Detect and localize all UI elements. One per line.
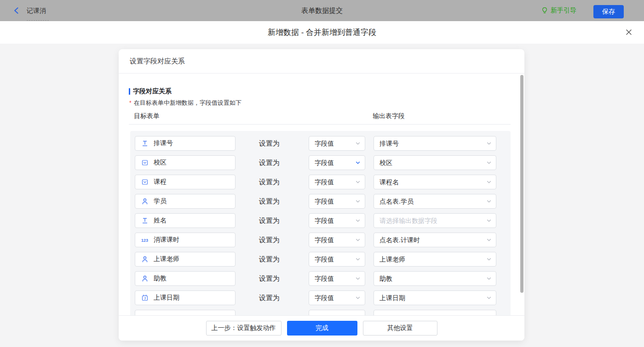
- set-as-label: 设置为: [259, 175, 281, 189]
- output-field-select[interactable]: 助教: [374, 271, 496, 286]
- target-field-box[interactable]: 123消课课时: [135, 233, 236, 247]
- field-mapping-modal: 设置字段对应关系 字段对应关系 *在目标表单中新增数据，字段值设置如下 目标表单…: [119, 49, 524, 341]
- chevron-down-icon: [355, 141, 361, 146]
- target-field-label: 姓名: [154, 216, 167, 225]
- target-field-label: 课程: [154, 178, 167, 186]
- modal-header: 设置字段对应关系: [119, 49, 524, 74]
- chevron-down-icon: [355, 256, 361, 262]
- value-mode-select[interactable]: 字段值: [309, 271, 365, 286]
- target-field-label: 上课老师: [154, 255, 179, 263]
- lightbulb-icon: [541, 7, 548, 14]
- section-marker: [129, 88, 130, 95]
- field-mapping-row: 助教 设置为 字段值 助教: [135, 271, 511, 286]
- output-field-select[interactable]: 上课老师: [374, 252, 496, 267]
- output-field-select[interactable]: 课程名: [374, 175, 496, 189]
- value-mode-select[interactable]: 字段值: [309, 136, 365, 151]
- chevron-down-icon: [355, 218, 361, 223]
- top-bar: 记课消 表单数据提交 新手引导 保存: [0, 0, 644, 21]
- field-mapping-row: 学员 设置为 字段值 点名表.学员: [135, 194, 511, 209]
- select-field-icon: [141, 159, 150, 166]
- target-field-box[interactable]: 姓名: [135, 213, 236, 228]
- close-button[interactable]: [625, 28, 634, 37]
- column-header-output-field: 输出表字段: [373, 112, 405, 120]
- chevron-down-icon: [486, 256, 492, 262]
- value-mode-select[interactable]: 字段值: [309, 213, 365, 228]
- chevron-down-icon: [355, 237, 361, 243]
- value-mode-select[interactable]: [309, 310, 365, 315]
- sub-header: 新增数据 - 合并新增到普通字段: [0, 21, 644, 44]
- output-field-select[interactable]: 点名表.学员: [374, 194, 496, 209]
- field-mapping-list: 排课号 设置为 字段值 排课号 校区 设置为 字段值 校区 课程 设置为 字段值…: [130, 131, 511, 315]
- chevron-down-icon: [486, 237, 492, 243]
- target-field-box[interactable]: 课程: [135, 175, 236, 189]
- field-mapping-row: 7上课日期 设置为 字段值 上课日期: [135, 290, 511, 305]
- svg-text:7: 7: [144, 296, 146, 301]
- field-mapping-row: 排课号 设置为 字段值 排课号: [135, 136, 511, 151]
- set-as-label: 设置为: [259, 252, 281, 267]
- set-as-label: 设置为: [259, 155, 281, 170]
- chevron-down-icon: [486, 276, 492, 281]
- previous-step-button[interactable]: 上一步：设置触发动作: [206, 321, 282, 336]
- target-field-box[interactable]: 排课号: [135, 136, 236, 151]
- chevron-down-icon: [355, 276, 361, 281]
- scrollbar-thumb[interactable]: [520, 75, 523, 293]
- chevron-down-icon: [355, 160, 361, 165]
- guide-label: 新手引导: [551, 6, 576, 15]
- target-field-box[interactable]: 学员: [135, 194, 236, 209]
- target-field-box[interactable]: 助教: [135, 271, 236, 286]
- save-button[interactable]: 保存: [593, 5, 624, 18]
- set-as-label: 设置为: [259, 271, 281, 286]
- field-mapping-row: 123消课课时 设置为 字段值 点名表.计课时: [135, 233, 511, 247]
- output-field-select[interactable]: 校区: [374, 155, 496, 170]
- close-icon: [625, 28, 633, 36]
- field-mapping-row: [135, 310, 511, 315]
- done-button[interactable]: 完成: [287, 321, 357, 336]
- target-field-label: 排课号: [154, 139, 173, 148]
- chevron-down-icon: [355, 295, 361, 301]
- set-as-label: 设置为: [259, 233, 281, 247]
- target-field-label: 上课日期: [154, 294, 179, 302]
- output-field-select[interactable]: [374, 310, 496, 315]
- field-mapping-row: 校区 设置为 字段值 校区: [135, 155, 511, 170]
- output-field-select[interactable]: 请选择输出数据字段: [374, 213, 496, 228]
- user-field-icon: [141, 198, 150, 205]
- note-text: 在目标表单中新增数据，字段值设置如下: [134, 99, 242, 106]
- chevron-down-icon: [486, 218, 492, 223]
- value-mode-select[interactable]: 字段值: [309, 233, 365, 247]
- column-header-target-form: 目标表单: [134, 112, 160, 120]
- set-as-label: 设置为: [259, 194, 281, 209]
- output-field-select[interactable]: 上课日期: [374, 290, 496, 305]
- value-mode-select[interactable]: 字段值: [309, 290, 365, 305]
- set-as-label: 设置为: [259, 136, 281, 151]
- value-mode-select[interactable]: 字段值: [309, 155, 365, 170]
- field-mapping-row: 课程 设置为 字段值 课程名: [135, 175, 511, 189]
- chevron-down-icon: [486, 295, 492, 301]
- user-field-icon: [141, 256, 150, 263]
- number-field-icon: 123: [141, 236, 150, 244]
- chevron-down-icon: [486, 141, 492, 146]
- target-field-box[interactable]: 上课老师: [135, 252, 236, 267]
- chevron-down-icon: [355, 199, 361, 204]
- beginner-guide-link[interactable]: 新手引导: [541, 0, 576, 21]
- modal-footer: 上一步：设置触发动作 完成 其他设置: [119, 315, 524, 341]
- section-heading: 字段对应关系: [129, 87, 172, 96]
- set-as-label: 设置为: [259, 213, 281, 228]
- target-field-box[interactable]: [135, 310, 236, 315]
- value-mode-select[interactable]: 字段值: [309, 194, 365, 209]
- value-mode-select[interactable]: 字段值: [309, 175, 365, 189]
- text-field-icon: [141, 140, 150, 147]
- user-field-icon: [141, 275, 150, 282]
- text-field-icon: [141, 217, 150, 224]
- dialog-title: 新增数据 - 合并新增到普通字段: [0, 21, 644, 44]
- modal-body: 字段对应关系 *在目标表单中新增数据，字段值设置如下 目标表单 输出表字段 排课…: [119, 74, 524, 315]
- set-as-label: 设置为: [259, 290, 281, 305]
- output-field-select[interactable]: 点名表.计课时: [374, 233, 496, 247]
- value-mode-select[interactable]: 字段值: [309, 252, 365, 267]
- field-mapping-row: 姓名 设置为 字段值 请选择输出数据字段: [135, 213, 511, 228]
- date-field-icon: 7: [141, 294, 150, 301]
- output-field-select[interactable]: 排课号: [374, 136, 496, 151]
- target-field-box[interactable]: 校区: [135, 155, 236, 170]
- target-field-box[interactable]: 7上课日期: [135, 290, 236, 305]
- target-field-label: 学员: [154, 197, 167, 205]
- other-settings-button[interactable]: 其他设置: [363, 321, 437, 336]
